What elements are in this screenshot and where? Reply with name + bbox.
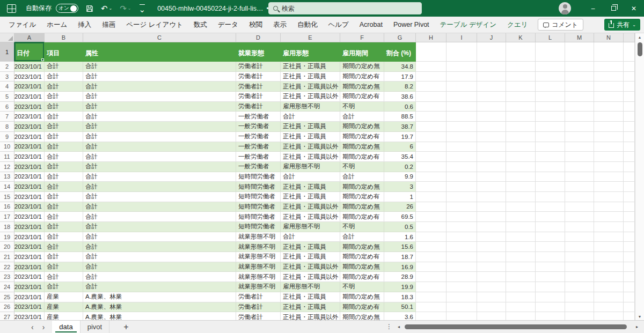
cell-G8[interactable]: 38.7 [384, 122, 416, 132]
cell-J21[interactable] [477, 252, 506, 262]
cell-H16[interactable] [416, 202, 447, 212]
cell-D15[interactable]: 短時間労働者 [236, 192, 281, 202]
cell-L10[interactable] [536, 142, 565, 152]
row-header-16[interactable]: 16 [0, 202, 14, 212]
cell-L21[interactable] [536, 252, 565, 262]
cell-L20[interactable] [536, 242, 565, 252]
cell-A2[interactable]: 2023/10/1 [14, 62, 45, 72]
row-header-20[interactable]: 20 [0, 242, 14, 252]
cell-M1[interactable] [565, 42, 594, 62]
cell-K5[interactable] [506, 92, 536, 102]
cell-D8[interactable]: 一般労働者 [236, 122, 281, 132]
cell-N20[interactable] [594, 242, 624, 252]
cell-B22[interactable]: 合計 [45, 262, 83, 272]
cell-N13[interactable] [594, 172, 624, 182]
minimize-button[interactable]: – [583, 0, 603, 17]
cell-D10[interactable]: 一般労働者 [236, 142, 281, 152]
customize-qat-button[interactable]: ⌄ [139, 4, 146, 13]
cell-C5[interactable]: 合計 [83, 92, 236, 102]
cell-O23[interactable] [624, 272, 635, 282]
cell-H20[interactable] [416, 242, 447, 252]
horizontal-scrollbar[interactable]: ◂ ▸ [395, 321, 641, 333]
cell-E12[interactable]: 雇用形態不明 [281, 162, 340, 172]
cell-A18[interactable]: 2023/10/1 [14, 222, 45, 232]
cell-M20[interactable] [565, 242, 594, 252]
cell-D7[interactable]: 一般労働者 [236, 112, 281, 122]
row-header-5[interactable]: 5 [0, 92, 14, 102]
cell-J5[interactable] [477, 92, 506, 102]
cell-O25[interactable] [624, 292, 635, 302]
autosave-toggle[interactable]: オン [56, 4, 78, 13]
cell-D17[interactable]: 短時間労働者 [236, 212, 281, 222]
cell-B26[interactable]: 産業 [45, 302, 83, 313]
cell-A11[interactable]: 2023/10/1 [14, 152, 45, 162]
cell-O10[interactable] [624, 142, 635, 152]
cell-F17[interactable]: 期間の定め有 [340, 212, 384, 222]
row-header-1[interactable]: 1 [0, 42, 14, 62]
row-header-10[interactable]: 10 [0, 142, 14, 152]
cell-I20[interactable] [447, 242, 477, 252]
cell-E25[interactable]: 正社員・正職員 [281, 292, 340, 302]
cell-A23[interactable]: 2023/10/1 [14, 272, 45, 282]
cell-N9[interactable] [594, 132, 624, 142]
cell-E26[interactable]: 正社員・正職員 [281, 302, 340, 313]
cell-E2[interactable]: 正社員・正職員 [281, 62, 340, 72]
cell-F19[interactable]: 合計 [340, 232, 384, 242]
cell-K1[interactable] [506, 42, 536, 62]
cell-D23[interactable]: 就業形態不明 [236, 272, 281, 282]
cell-E27[interactable]: 正社員・正職員以外 [281, 312, 340, 320]
cell-C18[interactable]: 合計 [83, 222, 236, 232]
cell-C4[interactable]: 合計 [83, 82, 236, 92]
row-header-2[interactable]: 2 [0, 62, 14, 72]
cell-H3[interactable] [416, 72, 447, 82]
cell-O12[interactable] [624, 162, 635, 172]
cell-G16[interactable]: 26 [384, 202, 416, 212]
column-header-N[interactable]: N [594, 33, 624, 42]
cell-I4[interactable] [447, 82, 477, 92]
cell-F21[interactable]: 期間の定め有 [340, 252, 384, 262]
cell-B6[interactable]: 合計 [45, 102, 83, 112]
cell-L8[interactable] [536, 122, 565, 132]
cell-E3[interactable]: 正社員・正職員 [281, 72, 340, 82]
row-header-11[interactable]: 11 [0, 152, 14, 162]
row-header-22[interactable]: 22 [0, 262, 14, 272]
cell-M2[interactable] [565, 62, 594, 72]
cell-K12[interactable] [506, 162, 536, 172]
cell-I17[interactable] [447, 212, 477, 222]
cell-N18[interactable] [594, 222, 624, 232]
cell-D2[interactable]: 労働者計 [236, 62, 281, 72]
cell-E21[interactable]: 正社員・正職員 [281, 252, 340, 262]
cell-L18[interactable] [536, 222, 565, 232]
ribbon-tab-描画[interactable]: 描画 [97, 17, 121, 33]
cell-H24[interactable] [416, 282, 447, 292]
cell-M9[interactable] [565, 132, 594, 142]
search-input[interactable] [282, 5, 417, 12]
cell-K14[interactable] [506, 182, 536, 192]
cell-O18[interactable] [624, 222, 635, 232]
cell-A5[interactable]: 2023/10/1 [14, 92, 45, 102]
cell-I24[interactable] [447, 282, 477, 292]
cell-I8[interactable] [447, 122, 477, 132]
cell-E11[interactable]: 正社員・正職員以外 [281, 152, 340, 162]
hscroll-right-icon[interactable]: ▸ [633, 324, 641, 329]
ribbon-tab-表示[interactable]: 表示 [268, 17, 292, 33]
cell-O21[interactable] [624, 252, 635, 262]
cell-H7[interactable] [416, 112, 447, 122]
cell-L19[interactable] [536, 232, 565, 242]
cell-L11[interactable] [536, 152, 565, 162]
horizontal-scroll-track[interactable] [402, 321, 633, 333]
cell-H5[interactable] [416, 92, 447, 102]
cell-D20[interactable]: 就業形態不明 [236, 242, 281, 252]
row-header-3[interactable]: 3 [0, 72, 14, 82]
cell-G12[interactable]: 0.2 [384, 162, 416, 172]
cell-K16[interactable] [506, 202, 536, 212]
cell-E19[interactable]: 合計 [281, 232, 340, 242]
cell-A7[interactable]: 2023/10/1 [14, 112, 45, 122]
cell-J8[interactable] [477, 122, 506, 132]
cell-C19[interactable]: 合計 [83, 232, 236, 242]
cell-J6[interactable] [477, 102, 506, 112]
cell-B2[interactable]: 合計 [45, 62, 83, 72]
ribbon-tab-校閲[interactable]: 校閲 [244, 17, 268, 33]
cell-H22[interactable] [416, 262, 447, 272]
cell-N7[interactable] [594, 112, 624, 122]
